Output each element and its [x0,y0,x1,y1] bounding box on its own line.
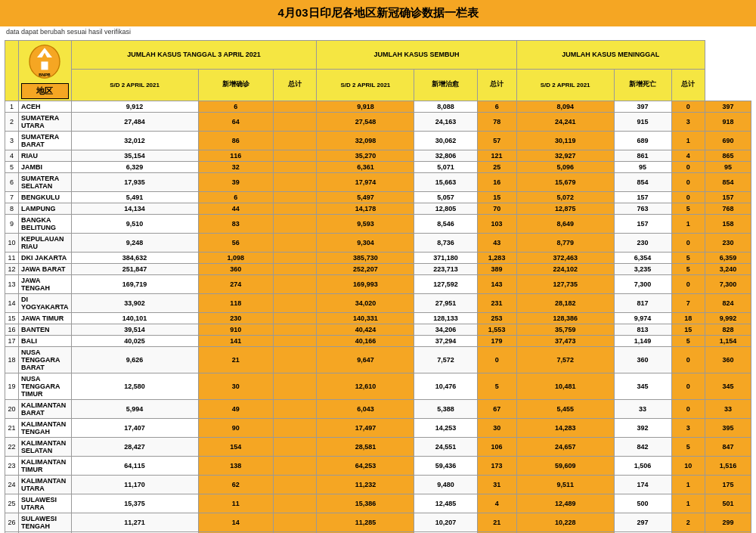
total-header-3: 总计 [671,69,705,101]
table-cell: 64,253 [317,457,414,476]
table-cell: 10 [671,457,705,476]
table-cell: 500 [614,494,671,513]
table-cell: 6,361 [317,162,414,173]
table-cell: 854 [614,173,671,192]
table-cell: 35,759 [516,324,614,336]
table-cell: 689 [614,132,671,150]
table-cell: 12,580 [71,373,198,400]
table-cell: 251,847 [71,264,198,275]
table-cell: 5,072 [516,192,614,203]
table-row: 22KALIMANTAN SELATAN28,42715428,58124,55… [5,438,751,457]
table-cell: 397 [614,101,671,113]
table-cell: 5 [477,373,516,400]
table-cell: 12,875 [516,203,614,215]
table-cell: 28,182 [516,294,614,313]
table-cell: 154 [198,438,273,457]
kasus-cell [273,192,317,203]
table-cell: 10,481 [516,373,614,400]
row-number: 9 [5,215,19,234]
table-row: 25SULAWESI UTARA15,3751115,38612,485412,… [5,494,751,513]
table-cell: 813 [614,324,671,336]
table-row: 13JAWA TENGAH169,719274169,993127,592143… [5,275,751,294]
table-row: 2SUMATERA UTARA27,4846427,54824,1637824,… [5,113,751,132]
table-cell: 0 [671,373,705,400]
kasus-cell [273,494,317,513]
table-cell: 4 [477,494,516,513]
table-cell: 157 [705,192,751,203]
group2-header: JUMLAH KASUS SEMBUH [317,41,516,70]
table-cell: 9,626 [71,347,198,373]
row-number: 24 [5,476,19,494]
kasus-cell [273,400,317,419]
region-cell: BENGKULU [19,192,72,203]
table-cell: 15,386 [317,494,414,513]
table-cell: 8,546 [414,215,477,234]
table-cell: 10,476 [414,373,477,400]
table-cell: 12,610 [317,373,414,400]
table-cell: 103 [477,215,516,234]
kasus-cell [273,438,317,457]
table-row: 17BALI40,02514140,16637,29417937,4731,14… [5,336,751,347]
table-cell: 21 [477,513,516,532]
table-cell: 27,484 [71,113,198,132]
table-row: 16BANTEN39,51491040,42434,2061,55335,759… [5,324,751,336]
table-cell: 297 [614,513,671,532]
table-cell: 127,592 [414,275,477,294]
table-cell: 824 [705,294,751,313]
table-cell: 17,497 [317,419,414,438]
table-cell: 7,300 [614,275,671,294]
table-cell: 9,918 [317,101,414,113]
table-cell: 15 [477,192,516,203]
table-cell: 0 [671,192,705,203]
sid2-header-1: S/D 2 APRIL 2021 [71,69,198,101]
table-cell: 59,609 [516,457,614,476]
row-number: 15 [5,313,19,324]
table-cell: 56 [198,234,273,253]
region-cell: JAMBI [19,162,72,173]
table-cell: 49 [198,400,273,419]
table-cell: 6 [198,192,273,203]
table-cell: 0 [671,162,705,173]
table-cell: 40,424 [317,324,414,336]
table-cell: 15 [671,324,705,336]
table-cell: 274 [198,275,273,294]
table-cell: 9,992 [705,313,751,324]
table-row: 6SUMATERA SELATAN17,9353917,97415,663161… [5,173,751,192]
table-cell: 915 [614,113,671,132]
table-cell: 37,294 [414,336,477,347]
new-recovered-header: 新增治愈 [414,69,477,101]
table-cell: 768 [705,203,751,215]
table-row: 1ACEH9,91269,9188,08868,0943970397 [5,101,751,113]
table-cell: 5 [671,203,705,215]
table-cell: 252,207 [317,264,414,275]
table-cell: 3,240 [705,264,751,275]
table-cell: 16 [477,173,516,192]
table-cell: 12,489 [516,494,614,513]
table-row: 3SUMATERA BARAT32,0128632,09830,0625730,… [5,132,751,150]
table-cell: 231 [477,294,516,313]
table-cell: 253 [477,313,516,324]
new-confirmed-header: 新增确诊 [198,69,273,101]
table-cell: 854 [705,173,751,192]
table-cell: 32,806 [414,150,477,162]
table-cell: 44 [198,203,273,215]
table-cell: 128,386 [516,313,614,324]
table-cell: 43 [477,234,516,253]
table-cell: 57 [477,132,516,150]
table-cell: 842 [614,438,671,457]
table-cell: 32,012 [71,132,198,150]
row-number: 18 [5,347,19,373]
region-cell: SULAWESI TENGAH [19,513,72,532]
table-cell: 910 [198,324,273,336]
kasus-cell [273,419,317,438]
main-title: 4月03日印尼各地区新冠确诊数据一栏表 [0,0,756,26]
table-cell: 397 [705,101,751,113]
table-cell: 6,329 [71,162,198,173]
table-cell: 11,170 [71,476,198,494]
kasus-cell [273,313,317,324]
table-cell: 5 [671,264,705,275]
table-cell: 5,096 [516,162,614,173]
table-cell: 299 [705,513,751,532]
table-cell: 1 [671,494,705,513]
kasus-cell [273,173,317,192]
